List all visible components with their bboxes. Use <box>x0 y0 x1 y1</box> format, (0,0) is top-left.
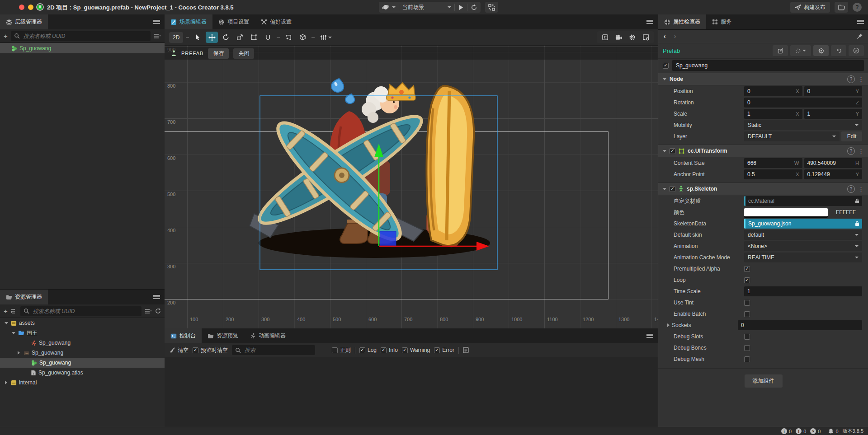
prefab-edit-asset-button[interactable] <box>773 45 788 56</box>
status-error[interactable]: ×0 <box>810 428 821 434</box>
collapse-all-icon[interactable] <box>11 309 17 314</box>
rotate-tool-button[interactable] <box>220 32 232 43</box>
filter-icon[interactable] <box>145 309 152 314</box>
node-section-header[interactable]: Node <box>658 73 868 85</box>
layer-dropdown[interactable]: DEFAULT <box>744 131 840 141</box>
error-filter-checkbox[interactable]: Error <box>434 347 454 353</box>
help-icon[interactable] <box>847 185 855 193</box>
tab-preferences[interactable]: 偏好设置 <box>255 14 297 29</box>
console-clear-button[interactable]: 清空 <box>169 346 189 354</box>
prefab-apply-button[interactable] <box>849 45 864 56</box>
content-size-w-field[interactable]: 666W <box>744 158 802 168</box>
filter-icon[interactable] <box>154 33 161 39</box>
hierarchy-menu-button[interactable] <box>153 20 160 24</box>
create-node-button[interactable] <box>4 33 8 39</box>
warning-filter-checkbox[interactable]: Warning <box>402 347 430 353</box>
close-window-button[interactable] <box>19 5 24 10</box>
node-name-input[interactable] <box>672 60 864 71</box>
hierarchy-node-sp-guowang[interactable]: Sp_guowang <box>0 43 165 53</box>
checkbox-checked-icon[interactable] <box>193 347 198 353</box>
regex-checkbox[interactable]: 正则 <box>332 346 351 354</box>
asset-row-atlas[interactable]: Sp_guowang.atlas <box>0 368 165 378</box>
checkbox-checked-icon[interactable] <box>381 347 387 353</box>
section-menu-icon[interactable] <box>858 76 864 83</box>
info-filter-checkbox[interactable]: Info <box>381 347 398 353</box>
move-tool-button[interactable] <box>206 32 218 43</box>
time-scale-field[interactable]: 1 <box>744 286 862 296</box>
asset-row-texture[interactable]: Sp_guowang <box>0 348 165 358</box>
reload-button[interactable] <box>467 2 481 13</box>
anchor-tool-button[interactable] <box>262 32 274 43</box>
status-info[interactable]: i0 <box>781 428 792 434</box>
add-component-button[interactable]: 添加组件 <box>745 374 783 388</box>
enable-batch-checkbox[interactable] <box>744 311 750 317</box>
uitransform-enabled-checkbox[interactable] <box>670 148 675 154</box>
nav-forward-button[interactable]: › <box>674 33 676 40</box>
wrap-lines-icon[interactable] <box>463 347 469 353</box>
lock-icon[interactable] <box>855 198 859 204</box>
gizmo-space-button[interactable] <box>297 32 309 43</box>
checkbox-checked-icon[interactable] <box>402 347 408 353</box>
custom-material-field[interactable]: cc.Material <box>744 196 862 206</box>
collapse-arrow-icon[interactable] <box>663 150 666 152</box>
tab-scene-editor[interactable]: 场景编辑器 <box>165 14 212 29</box>
anchor-y-field[interactable]: 0.129449Y <box>804 169 863 179</box>
tab-hierarchy[interactable]: 层级管理器 <box>0 14 48 29</box>
debug-slots-checkbox[interactable] <box>744 334 750 340</box>
minimize-window-button[interactable] <box>28 5 33 10</box>
log-filter-checkbox[interactable]: Log <box>359 347 377 353</box>
position-y-field[interactable]: 0Y <box>804 86 863 96</box>
checkbox-checked-icon[interactable] <box>434 347 440 353</box>
preview-layout-button[interactable] <box>485 2 498 13</box>
skeleton-enabled-checkbox[interactable] <box>670 186 675 192</box>
tab-console[interactable]: 控制台 <box>165 328 202 343</box>
position-x-field[interactable]: 0X <box>744 86 802 96</box>
tab-services[interactable]: 服务 <box>706 14 737 29</box>
grid-visibility-button[interactable] <box>599 32 611 43</box>
mobility-dropdown[interactable]: Static <box>744 120 862 130</box>
collapse-arrow-icon[interactable] <box>663 188 666 190</box>
asset-row-internal[interactable]: internal <box>0 378 165 388</box>
assets-menu-button[interactable] <box>153 295 160 299</box>
create-asset-button[interactable] <box>4 308 8 314</box>
gizmo-plane-handle[interactable] <box>380 231 396 246</box>
rotation-z-field[interactable]: 0Z <box>744 98 862 108</box>
color-swatch[interactable] <box>744 208 828 216</box>
uitransform-section-header[interactable]: cc.UITransform <box>658 145 868 157</box>
prefab-locate-button[interactable] <box>813 45 829 56</box>
help-icon[interactable] <box>847 75 855 83</box>
asset-row-prefab[interactable]: Sp_guowang <box>0 358 165 368</box>
clear-on-preview-checkbox[interactable]: 预览时清空 <box>193 346 228 354</box>
checkbox-icon[interactable] <box>332 347 338 353</box>
align-tools-button[interactable] <box>317 32 335 43</box>
tab-asset-preview[interactable]: 资源预览 <box>202 328 244 343</box>
premultiplied-alpha-checkbox[interactable] <box>744 266 750 272</box>
tab-assets[interactable]: 资源管理器 <box>0 290 48 304</box>
scene-select-dropdown[interactable]: 当前场景 <box>399 2 454 13</box>
scale-tool-button[interactable] <box>234 32 246 43</box>
scene-camera-button[interactable] <box>613 32 625 43</box>
rect-tool-button[interactable] <box>248 32 260 43</box>
lock-icon[interactable] <box>855 221 859 226</box>
inspector-menu-button[interactable] <box>857 20 864 24</box>
debug-bones-checkbox[interactable] <box>744 345 750 351</box>
scale-y-field[interactable]: 1Y <box>804 109 863 119</box>
scene-view[interactable]: 2D <box>165 29 658 328</box>
layer-edit-button[interactable]: Edit <box>841 131 862 141</box>
prefab-unlink-button[interactable] <box>790 45 811 56</box>
animation-dropdown[interactable]: <None> <box>744 241 862 251</box>
section-menu-icon[interactable] <box>858 148 864 154</box>
nav-back-button[interactable]: ‹ <box>664 33 666 40</box>
king-character-sprite[interactable] <box>250 79 490 258</box>
scene-gizmo-settings-button[interactable] <box>626 32 638 43</box>
checkbox-checked-icon[interactable] <box>359 347 365 353</box>
asset-row-spine-json[interactable]: Sp_guowang <box>0 338 165 348</box>
help-icon[interactable] <box>847 147 855 155</box>
help-button[interactable] <box>853 3 862 12</box>
prefab-save-button[interactable]: 保存 <box>208 48 229 59</box>
build-publish-button[interactable]: 构建发布 <box>790 2 830 13</box>
node-active-checkbox[interactable] <box>663 63 669 69</box>
console-menu-button[interactable] <box>646 334 653 338</box>
default-skin-dropdown[interactable]: default <box>744 230 862 240</box>
tab-project-settings[interactable]: 项目设置 <box>212 14 255 29</box>
